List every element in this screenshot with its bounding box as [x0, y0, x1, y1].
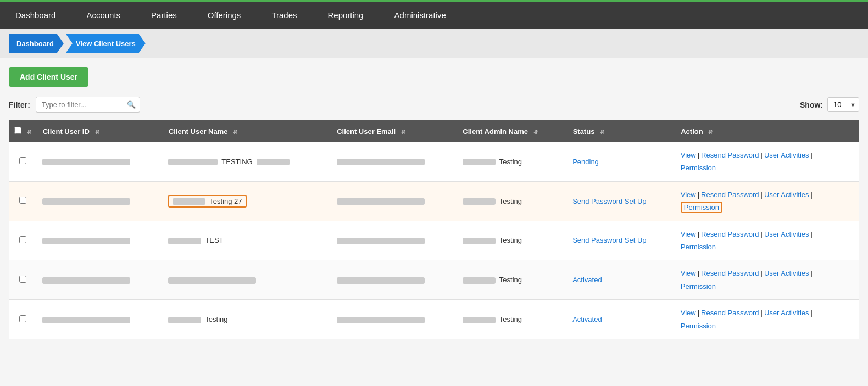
- main-content: Add Client User Filter: 🔍 Show: 10 25 50…: [0, 58, 868, 386]
- resend-password-link[interactable]: Resend Password: [701, 191, 759, 199]
- nav-offerings[interactable]: Offerings: [192, 2, 257, 29]
- view-link[interactable]: View: [681, 191, 696, 199]
- table-row: TESTING Testing Pending: [9, 142, 859, 181]
- permission-link[interactable]: Permission: [681, 282, 716, 290]
- user-activities-link[interactable]: User Activities: [764, 191, 809, 199]
- user-id-cell: [37, 221, 163, 260]
- user-name-cell: TESTING: [163, 142, 331, 181]
- filter-label: Filter:: [9, 100, 30, 109]
- nav-dashboard[interactable]: Dashboard: [0, 2, 71, 29]
- status-link[interactable]: Activated: [572, 276, 602, 284]
- email-redacted: [337, 277, 425, 284]
- resend-password-link[interactable]: Resend Password: [701, 151, 759, 159]
- user-id-redacted: [42, 277, 130, 284]
- resend-password-link[interactable]: Resend Password: [701, 269, 759, 277]
- user-activities-link[interactable]: User Activities: [764, 230, 809, 238]
- nav-reporting[interactable]: Reporting: [313, 2, 379, 29]
- email-redacted: [337, 238, 425, 244]
- admin-name-cell: Testing: [457, 181, 567, 221]
- user-email-cell: [331, 142, 457, 181]
- action-cell: View|Resend Password|User Activities| Pe…: [675, 181, 859, 221]
- filter-left: Filter: 🔍: [9, 97, 140, 113]
- user-id-cell: [37, 142, 163, 181]
- col-header-user-name: Client User Name ⇵: [163, 120, 331, 142]
- status-link[interactable]: Send Password Set Up: [572, 236, 646, 244]
- admin-name-text: Testing: [499, 315, 522, 323]
- user-id-redacted: [42, 159, 130, 165]
- col-header-user-email: Client User Email ⇵: [331, 120, 457, 142]
- show-select[interactable]: 10 25 50 100: [827, 97, 859, 112]
- username-redacted: [168, 277, 256, 284]
- username-prefix-redacted: [168, 317, 201, 323]
- status-link[interactable]: Send Password Set Up: [572, 197, 646, 205]
- user-name-cell: Testing: [163, 300, 331, 339]
- username-text: Testing: [205, 315, 227, 323]
- nav-parties[interactable]: Parties: [136, 2, 192, 29]
- permission-link[interactable]: Permission: [681, 164, 716, 172]
- col-header-status: Status ⇵: [567, 120, 675, 142]
- view-link[interactable]: View: [681, 151, 696, 159]
- permission-link[interactable]: Permission: [681, 322, 716, 330]
- permission-link[interactable]: Permission: [684, 203, 719, 211]
- email-redacted: [337, 317, 425, 323]
- action-cell: View|Resend Password|User Activities| Pe…: [675, 260, 859, 300]
- admin-name-cell: Testing: [457, 142, 567, 181]
- view-link[interactable]: View: [681, 309, 696, 317]
- col-header-checkbox: ⇵: [9, 120, 37, 142]
- show-right: Show: 10 25 50 100 ▼: [800, 97, 859, 112]
- sort-icon: ⇵: [27, 129, 31, 135]
- row-checkbox-cell: [9, 181, 37, 221]
- user-email-cell: [331, 181, 457, 221]
- email-redacted: [337, 198, 425, 205]
- breadcrumb-dashboard[interactable]: Dashboard: [9, 34, 64, 53]
- table-row: Testing Activated View|Resend Password|U…: [9, 260, 859, 300]
- nav-administrative[interactable]: Administrative: [379, 2, 461, 29]
- search-icon: 🔍: [127, 100, 136, 109]
- row-checkbox[interactable]: [19, 157, 26, 164]
- table-row: Testing Testing Activated: [9, 300, 859, 339]
- breadcrumb: Dashboard View Client Users: [0, 29, 868, 58]
- user-activities-link[interactable]: User Activities: [764, 309, 809, 317]
- admin-name-text: Testing: [499, 158, 522, 166]
- nav-trades[interactable]: Trades: [256, 2, 312, 29]
- nav-accounts[interactable]: Accounts: [71, 2, 136, 29]
- admin-prefix-redacted: [463, 277, 496, 284]
- filter-input[interactable]: [36, 97, 140, 113]
- row-checkbox[interactable]: [19, 236, 26, 243]
- action-cell: View|Resend Password|User Activities| Pe…: [675, 142, 859, 181]
- table-row: TEST Testing Send Password Set Up: [9, 221, 859, 260]
- resend-password-link[interactable]: Resend Password: [701, 309, 759, 317]
- user-email-cell: [331, 221, 457, 260]
- username-prefix-redacted: [173, 198, 205, 205]
- resend-password-link[interactable]: Resend Password: [701, 230, 759, 238]
- user-name-cell: Testing 27: [163, 181, 331, 221]
- add-client-user-button[interactable]: Add Client User: [9, 67, 88, 87]
- sort-icon[interactable]: ⇵: [233, 129, 237, 135]
- admin-name-cell: Testing: [457, 221, 567, 260]
- show-label: Show:: [800, 100, 823, 109]
- status-link[interactable]: Pending: [572, 158, 599, 166]
- view-link[interactable]: View: [681, 230, 696, 238]
- status-link[interactable]: Activated: [572, 315, 602, 323]
- sort-icon[interactable]: ⇵: [600, 129, 604, 135]
- user-activities-link[interactable]: User Activities: [764, 269, 809, 277]
- row-checkbox[interactable]: [19, 276, 26, 283]
- sort-icon[interactable]: ⇵: [708, 129, 713, 135]
- user-activities-link[interactable]: User Activities: [764, 151, 809, 159]
- view-link[interactable]: View: [681, 269, 696, 277]
- filter-row: Filter: 🔍 Show: 10 25 50 100 ▼: [9, 97, 859, 113]
- row-checkbox[interactable]: [19, 197, 26, 204]
- table-row: Testing 27 Testing Send Password Set Up: [9, 181, 859, 221]
- select-all-checkbox[interactable]: [14, 127, 21, 134]
- breadcrumb-current[interactable]: View Client Users: [66, 34, 146, 53]
- sort-icon[interactable]: ⇵: [401, 129, 405, 135]
- sort-icon[interactable]: ⇵: [95, 129, 99, 135]
- admin-name-cell: Testing: [457, 300, 567, 339]
- row-checkbox-cell: [9, 300, 37, 339]
- col-header-user-id: Client User ID ⇵: [37, 120, 163, 142]
- status-cell: Pending: [567, 142, 675, 181]
- status-cell: Send Password Set Up: [567, 181, 675, 221]
- sort-icon[interactable]: ⇵: [533, 129, 538, 135]
- permission-link[interactable]: Permission: [681, 243, 716, 251]
- row-checkbox[interactable]: [19, 315, 26, 322]
